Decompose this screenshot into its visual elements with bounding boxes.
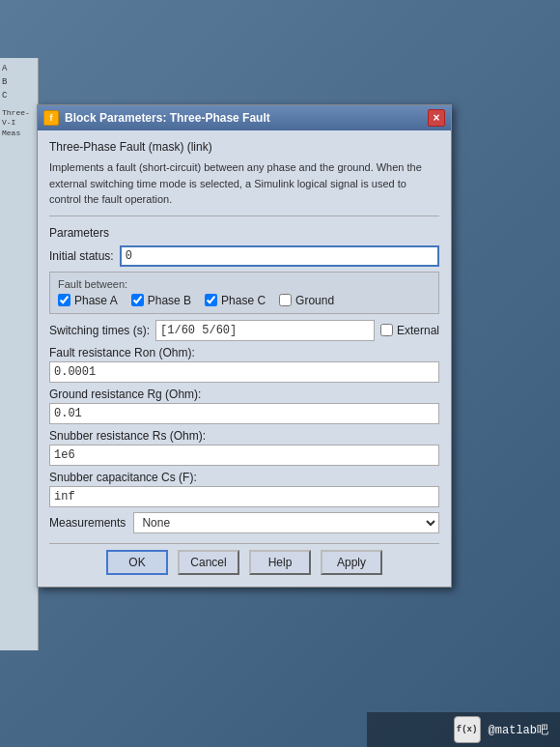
phase-a-label: Phase A [74,294,118,307]
bg-label-b: B [2,77,36,87]
simulink-background: A B C Three-V-I Meas [0,58,39,650]
bg-label-c: C [2,91,36,101]
switching-times-input[interactable] [155,320,375,341]
measurements-row: Measurements None [49,512,439,533]
snubber-capacitance-input[interactable] [49,486,439,507]
switching-times-label: Switching times (s): [49,324,150,337]
phase-a-item: Phase A [58,294,118,307]
measurements-select[interactable]: None [133,512,439,533]
phase-c-checkbox[interactable] [205,294,217,306]
cancel-button[interactable]: Cancel [178,550,239,575]
snubber-resistance-label: Snubber resistance Rs (Ohm): [49,429,439,443]
fault-between-label: Fault between: [58,278,431,290]
fault-resistance-input[interactable] [49,361,439,383]
ground-item: Ground [279,294,334,307]
initial-status-row: Initial status: [49,245,439,267]
dialog-description: Implements a fault (short-circuit) betwe… [49,159,439,216]
dialog-body: Three-Phase Fault (mask) (link) Implemen… [38,130,451,587]
button-row: OK Cancel Help Apply [49,543,439,579]
external-label: External [397,324,439,337]
measurements-label: Measurements [49,516,126,530]
ground-resistance-label: Ground resistance Rg (Ohm): [49,388,439,401]
ok-button[interactable]: OK [106,550,168,575]
phase-c-label: Phase C [221,294,266,307]
dialog-titlebar: f Block Parameters: Three-Phase Fault × [38,105,451,130]
phase-b-label: Phase B [148,294,191,307]
ground-checkbox[interactable] [279,294,292,306]
block-parameters-dialog: f Block Parameters: Three-Phase Fault × … [37,104,452,588]
external-checkbox[interactable] [380,324,393,336]
fault-between-section: Fault between: Phase A Phase B Phase C G… [49,272,439,314]
fault-checkboxes: Phase A Phase B Phase C Ground [58,294,431,307]
phase-a-checkbox[interactable] [58,294,70,306]
fault-resistance-label: Fault resistance Ron (Ohm): [49,346,439,359]
params-section-title: Parameters [49,226,439,240]
watermark-text: @matlab吧 [489,722,548,738]
switching-times-row: Switching times (s): External [49,320,439,341]
phase-b-checkbox[interactable] [131,294,144,306]
external-item: External [380,324,439,337]
phase-c-item: Phase C [205,294,266,307]
ground-resistance-input[interactable] [49,403,439,424]
snubber-resistance-input[interactable] [49,445,439,466]
dialog-subtitle: Three-Phase Fault (mask) (link) [49,140,439,154]
matlab-icon: f(x) [454,716,481,743]
bg-label-a: A [2,64,36,73]
dialog-title-left: f Block Parameters: Three-Phase Fault [43,110,270,126]
dialog-title: Block Parameters: Three-Phase Fault [65,111,270,125]
help-button[interactable]: Help [249,550,311,575]
ground-label: Ground [295,294,334,307]
close-button[interactable]: × [428,109,445,127]
initial-status-label: Initial status: [49,249,114,263]
phase-b-item: Phase B [131,294,191,307]
initial-status-input[interactable] [120,245,439,267]
bottom-bar: f(x) @matlab吧 [367,712,560,747]
dialog-icon: f [43,110,59,126]
apply-button[interactable]: Apply [321,550,382,575]
snubber-capacitance-label: Snubber capacitance Cs (F): [49,471,439,484]
